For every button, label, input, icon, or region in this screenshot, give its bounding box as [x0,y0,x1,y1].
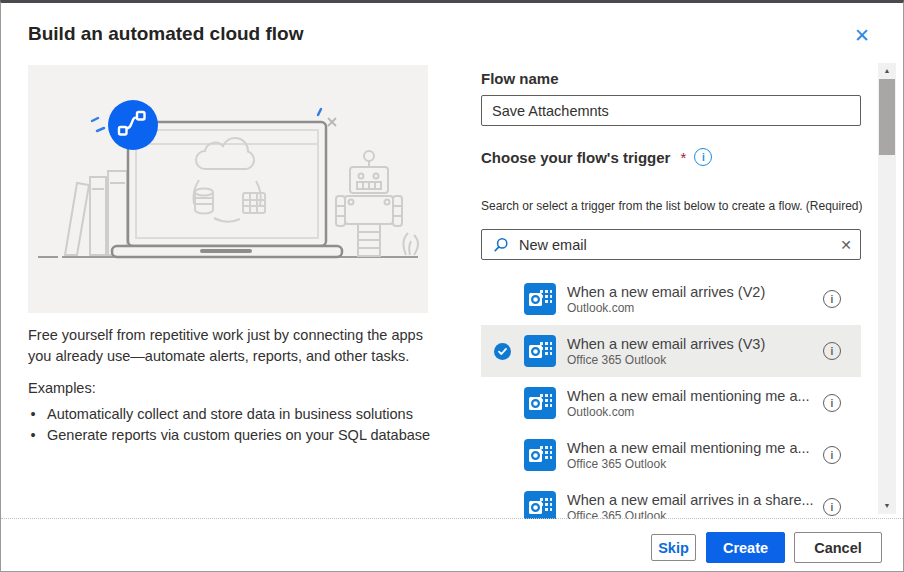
trigger-info-icon[interactable]: i [694,148,712,166]
info-icon[interactable]: i [823,290,841,308]
required-asterisk: * [680,149,686,166]
skip-button[interactable]: Skip [651,534,696,561]
info-icon[interactable]: i [823,342,841,360]
trigger-subtitle: Outlook.com [567,405,815,419]
trigger-search-box: ✕ [481,229,861,260]
trigger-text: When a new email arrives in a share... O… [567,492,823,520]
dialog-title: Build an automated cloud flow [28,23,304,45]
scroll-down-icon[interactable]: ▼ [878,498,896,514]
examples-block: Examples: • Automatically collect and st… [28,380,448,446]
vertical-scrollbar[interactable]: ▲ ▼ [878,63,896,514]
robot-drawing [336,151,418,256]
search-icon [493,237,509,253]
search-hint-text: Search or select a trigger from the list… [481,199,871,213]
info-icon[interactable]: i [823,498,841,516]
examples-heading: Examples: [28,380,448,396]
clear-search-icon[interactable]: ✕ [832,237,860,253]
trigger-row[interactable]: When a new email mentioning me a... Offi… [481,429,861,481]
bullet-glyph: • [28,425,38,446]
trigger-subtitle: Office 365 Outlook [567,457,815,471]
outlook-icon [524,439,556,471]
trigger-row[interactable]: When a new email mentioning me a... Outl… [481,377,861,429]
selected-check-icon [494,343,511,360]
info-icon[interactable]: i [823,446,841,464]
cancel-button[interactable]: Cancel [794,532,882,563]
outlook-icon [524,387,556,419]
trigger-label-row: Choose your flow's trigger * i [481,148,712,166]
trigger-subtitle: Outlook.com [567,301,815,315]
example-item: • Automatically collect and store data i… [28,404,448,425]
info-icon[interactable]: i [823,394,841,412]
example-text: Generate reports via custom queries on y… [47,425,430,446]
outlook-icon [524,335,556,367]
flow-badge-icon [108,100,158,150]
trigger-title: When a new email mentioning me a... [567,388,815,404]
cloud-flow-illustration [28,65,428,313]
trigger-text: When a new email arrives (V2) Outlook.co… [567,284,823,315]
scrollbar-thumb[interactable] [879,79,895,155]
check-slot [494,343,524,360]
trigger-row[interactable]: When a new email arrives (V2) Outlook.co… [481,273,861,325]
trigger-text: When a new email mentioning me a... Outl… [567,388,823,419]
illustration-svg [28,65,428,313]
outlook-icon [524,283,556,315]
bullet-glyph: • [28,404,38,425]
trigger-label: Choose your flow's trigger [481,149,670,166]
cross-sparkle [328,118,336,126]
example-text: Automatically collect and store data in … [47,404,413,425]
example-item: • Generate reports via custom queries on… [28,425,448,446]
trigger-title: When a new email arrives (V3) [567,336,815,352]
trigger-title: When a new email arrives in a share... [567,492,815,508]
create-button[interactable]: Create [706,532,785,563]
trigger-subtitle: Office 365 Outlook [567,353,815,367]
flow-name-label: Flow name [481,70,559,87]
trigger-text: When a new email mentioning me a... Offi… [567,440,823,471]
trigger-search-input[interactable] [517,236,832,254]
trigger-text: When a new email arrives (V3) Office 365… [567,336,823,367]
trigger-title: When a new email arrives (V2) [567,284,815,300]
build-automated-cloud-flow-dialog: Build an automated cloud flow ✕ [0,0,904,572]
footer-divider [1,518,904,519]
description-text: Free yourself from repetitive work just … [28,325,442,367]
trigger-row[interactable]: When a new email arrives in a share... O… [481,481,861,519]
flow-name-input[interactable] [481,95,861,126]
scroll-up-icon[interactable]: ▲ [878,63,896,79]
trigger-title: When a new email mentioning me a... [567,440,815,456]
books-drawing [65,171,127,255]
trigger-list: When a new email arrives (V2) Outlook.co… [481,273,861,519]
trigger-row-selected[interactable]: When a new email arrives (V3) Office 365… [481,325,861,377]
close-icon[interactable]: ✕ [851,25,873,47]
outlook-icon [524,491,556,519]
